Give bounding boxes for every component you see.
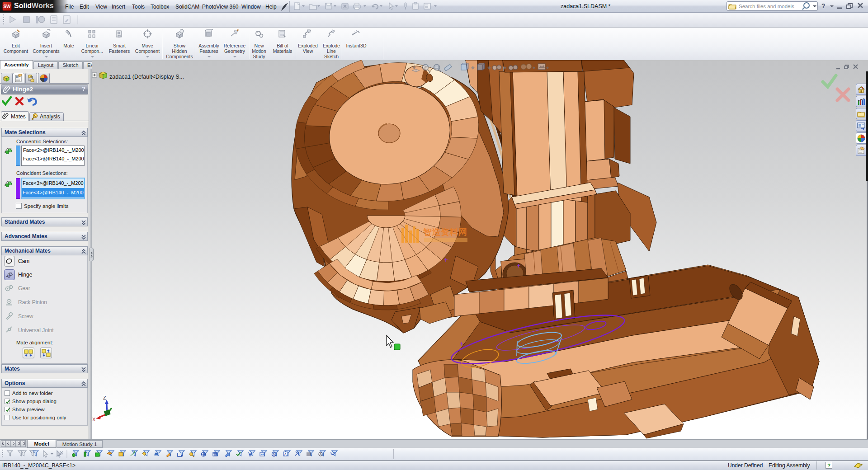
svg-text:zadaca1 (Default<Display S...: zadaca1 (Default<Display S... [109,74,184,80]
svg-text:A: A [284,452,287,456]
svg-text:智造资料网: 智造资料网 [423,227,467,237]
svg-text:X: X [92,417,96,422]
svg-text:N: N [273,452,276,456]
svg-text:A: A [320,452,322,456]
svg-text:Z: Z [103,395,106,400]
